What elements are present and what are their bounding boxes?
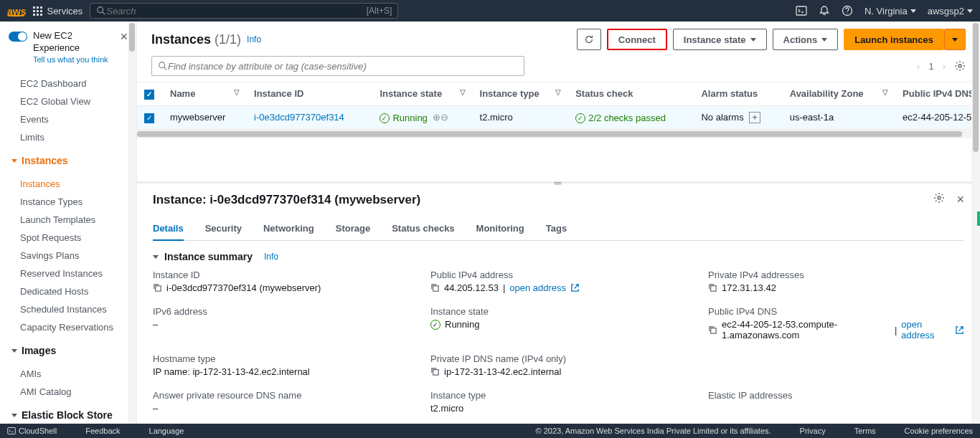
launch-instances-dropdown[interactable] xyxy=(944,29,966,50)
tab-storage[interactable]: Storage xyxy=(336,217,370,240)
cell-dns: ec2-44-205-12-53.com... xyxy=(895,105,980,130)
sidebar-events[interactable]: Events xyxy=(0,110,136,128)
tab-security[interactable]: Security xyxy=(205,217,242,240)
services-menu[interactable]: Services xyxy=(33,6,83,16)
col-az[interactable]: Availability Zone▽ xyxy=(783,82,895,105)
state-filter-icon[interactable]: ⊕⊖ xyxy=(433,112,448,123)
new-experience-toggle[interactable] xyxy=(9,32,27,42)
sidebar-head-ebs[interactable]: Elastic Block Store xyxy=(0,405,136,424)
refresh-button[interactable] xyxy=(577,29,601,50)
global-search[interactable]: [Alt+S] xyxy=(90,3,398,19)
next-page-icon[interactable]: › xyxy=(943,61,946,72)
col-instance-state[interactable]: Instance state▽ xyxy=(372,82,472,105)
footer-privacy[interactable]: Privacy xyxy=(800,427,826,435)
tab-tags[interactable]: Tags xyxy=(546,217,567,240)
svg-line-5 xyxy=(164,67,167,70)
footer-cloudshell[interactable]: CloudShell xyxy=(7,427,57,435)
cloudshell-icon[interactable] xyxy=(796,5,807,16)
sidebar-head-instances[interactable]: Instances xyxy=(0,151,136,171)
footer-terms[interactable]: Terms xyxy=(854,427,876,435)
sidebar-reserved-instances[interactable]: Reserved Instances xyxy=(0,265,136,282)
filter-box[interactable] xyxy=(151,56,524,76)
sidebar-ec2-global-view[interactable]: EC2 Global View xyxy=(0,92,136,110)
sidebar-dedicated-hosts[interactable]: Dedicated Hosts xyxy=(0,282,136,300)
field-private-dns: Private IP DNS name (IPv4 only) ip-172-3… xyxy=(430,353,687,377)
detail-settings-icon[interactable] xyxy=(933,192,945,207)
prev-page-icon[interactable]: ‹ xyxy=(917,61,920,72)
help-icon[interactable] xyxy=(842,5,853,16)
footer-cookies[interactable]: Cookie preferences xyxy=(905,427,973,435)
grid-icon xyxy=(33,6,42,16)
copy-icon[interactable] xyxy=(708,283,717,292)
aws-logo[interactable]: aws xyxy=(7,6,26,16)
tab-monitoring[interactable]: Monitoring xyxy=(476,217,524,240)
col-status-check[interactable]: Status check xyxy=(568,82,694,105)
row-checkbox[interactable] xyxy=(144,113,154,123)
sidebar-ec2-dashboard[interactable]: EC2 Dashboard xyxy=(0,75,136,92)
account-menu[interactable]: awsgsp2 xyxy=(928,6,973,16)
detail-tabs: Details Security Networking Storage Stat… xyxy=(153,217,964,241)
col-instance-type[interactable]: Instance type▽ xyxy=(473,82,569,105)
sidebar-instance-types[interactable]: Instance Types xyxy=(0,193,136,211)
col-public-dns[interactable]: Public IPv4 DNS▽ xyxy=(895,82,980,105)
footer-copyright: © 2023, Amazon Web Services India Privat… xyxy=(536,427,771,435)
close-icon[interactable]: × xyxy=(120,30,128,43)
svg-rect-11 xyxy=(711,328,716,333)
notifications-icon[interactable] xyxy=(819,5,830,16)
top-navigation: aws Services [Alt+S] N. Virginia awsgsp2 xyxy=(0,0,980,22)
footer-language[interactable]: Language xyxy=(149,427,184,435)
sidebar-savings-plans[interactable]: Savings Plans xyxy=(0,247,136,265)
col-instance-id[interactable]: Instance ID xyxy=(247,82,372,105)
cell-instance-id[interactable]: i-0e3dcd977370ef314 xyxy=(254,112,344,123)
actions-button[interactable]: Actions xyxy=(773,29,839,50)
feedback-tab[interactable] xyxy=(977,211,980,226)
copy-icon[interactable] xyxy=(430,367,440,376)
search-input[interactable] xyxy=(106,6,366,16)
sidebar-head-images[interactable]: Images xyxy=(0,341,136,361)
external-icon xyxy=(955,325,964,335)
filter-input[interactable] xyxy=(168,61,518,72)
launch-instances-button[interactable]: Launch instances xyxy=(844,29,944,50)
select-all-checkbox[interactable] xyxy=(144,90,154,100)
sidebar-instances[interactable]: Instances xyxy=(0,175,136,193)
external-icon xyxy=(570,283,580,292)
region-selector[interactable]: N. Virginia xyxy=(864,6,916,16)
tab-status-checks[interactable]: Status checks xyxy=(392,217,454,240)
open-address-link[interactable]: open address xyxy=(901,319,951,341)
copy-icon[interactable] xyxy=(153,283,162,292)
field-instance-state: Instance state ✓Running xyxy=(430,306,687,341)
sidebar-amis[interactable]: AMIs xyxy=(0,365,136,383)
col-name[interactable]: Name▽ xyxy=(163,82,247,105)
add-alarm-icon[interactable]: + xyxy=(749,112,760,123)
instance-state-button[interactable]: Instance state xyxy=(673,29,767,50)
sidebar-scrollbar[interactable] xyxy=(128,22,136,424)
tell-us-link[interactable]: Tell us what you think xyxy=(33,54,114,65)
col-alarm-status[interactable]: Alarm status xyxy=(694,82,782,105)
detail-close-icon[interactable]: × xyxy=(956,192,964,207)
open-address-link[interactable]: open address xyxy=(509,282,566,293)
summary-info-link[interactable]: Info xyxy=(264,252,278,262)
chevron-down-icon xyxy=(153,255,159,259)
sidebar-capacity-reservations[interactable]: Capacity Reservations xyxy=(0,318,136,336)
instance-summary-heading[interactable]: Instance summary Info xyxy=(153,251,964,262)
tab-networking[interactable]: Networking xyxy=(263,217,314,240)
table-row[interactable]: mywebserver i-0e3dcd977370ef314 ✓Running… xyxy=(137,105,980,130)
content-area: Instances (1/1) Info Connect Instance st… xyxy=(137,22,980,424)
cell-az: us-east-1a xyxy=(783,105,895,130)
sidebar-ami-catalog[interactable]: AMI Catalog xyxy=(0,383,136,401)
cell-state: ✓Running xyxy=(380,113,427,123)
copy-icon[interactable] xyxy=(430,283,440,292)
copy-icon[interactable] xyxy=(708,325,717,335)
sidebar-scheduled-instances[interactable]: Scheduled Instances xyxy=(0,300,136,318)
check-icon: ✓ xyxy=(575,113,585,123)
settings-icon[interactable] xyxy=(954,60,966,72)
tab-details[interactable]: Details xyxy=(153,217,184,241)
table-h-scrollbar[interactable]: ▶ xyxy=(137,130,980,138)
svg-point-0 xyxy=(98,7,103,13)
info-link[interactable]: Info xyxy=(247,34,261,44)
sidebar-spot-requests[interactable]: Spot Requests xyxy=(0,229,136,247)
connect-button[interactable]: Connect xyxy=(607,29,667,50)
footer-feedback[interactable]: Feedback xyxy=(85,427,120,435)
sidebar-limits[interactable]: Limits xyxy=(0,128,136,146)
sidebar-launch-templates[interactable]: Launch Templates xyxy=(0,211,136,229)
